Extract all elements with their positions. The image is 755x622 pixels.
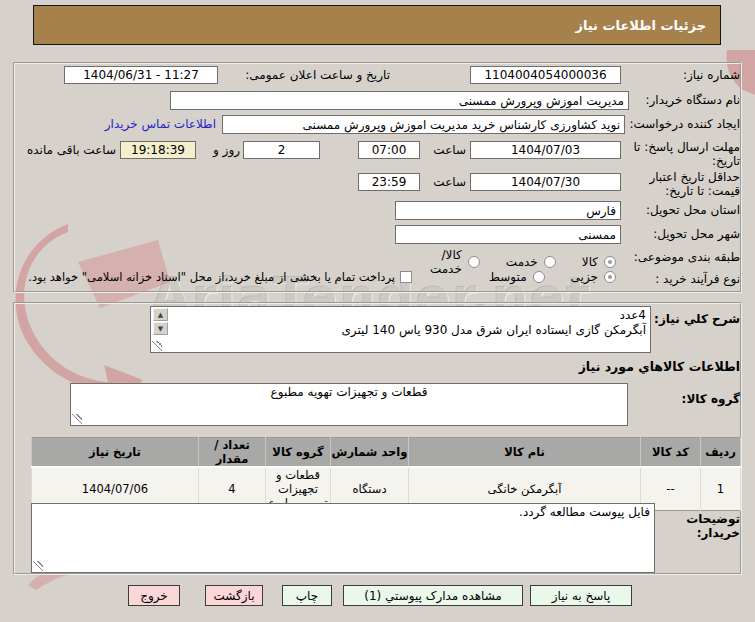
reply-deadline-date-field[interactable]: 1404/07/03	[470, 141, 621, 159]
view-attachments-button[interactable]: مشاهده مدارک پیوستي (1)	[343, 585, 523, 606]
classification-option-service[interactable]: خدمت	[506, 255, 556, 269]
remaining-time-field[interactable]: 19:18:39	[120, 141, 196, 159]
announce-datetime-label: تاریخ و ساعت اعلان عمومی:	[222, 68, 390, 82]
treasury-checkbox-row: پرداخت تمام یا بخشی از مبلغ خرید،از محل …	[12, 270, 412, 284]
resize-handle-icon[interactable]	[72, 414, 82, 424]
need-description-scrollbar[interactable]: ▲ ▼	[152, 308, 168, 336]
back-button[interactable]: بازگشت	[205, 585, 263, 606]
print-button[interactable]: چاپ	[282, 585, 332, 606]
radio-goods-icon[interactable]	[604, 256, 616, 268]
goods-group-label: گروه کالا:	[682, 392, 740, 406]
buyer-notes-value: فایل پیوست مطالعه گردد.	[32, 504, 654, 521]
process-type-option-minor[interactable]: جزیی	[571, 270, 616, 284]
buyer-org-field[interactable]: مدیریت اموزش وپرورش ممسنی	[170, 91, 629, 110]
page-title: جزئیات اطلاعات نیاز	[33, 5, 721, 45]
classification-option-goods-service-label: کالا/خدمت	[420, 248, 462, 276]
process-type-options: جزیی متوسط	[470, 270, 616, 284]
treasury-checkbox-label: پرداخت تمام یا بخشی از مبلغ خرید،از محل …	[28, 270, 395, 284]
goods-table-header-row: ردیف کد کالا نام کالا واحد شمارش گروه کا…	[32, 438, 741, 468]
radio-service-icon[interactable]	[544, 256, 556, 268]
buyer-contact-link[interactable]: اطلاعات تماس خریدار	[113, 117, 216, 131]
resize-handle-icon[interactable]	[33, 561, 43, 571]
remaining-suffix-label: ساعت باقی مانده	[14, 143, 116, 157]
goods-section-header: اطلاعات کالاهاي مورد نیاز	[579, 360, 740, 374]
process-type-option-medium[interactable]: متوسط	[489, 270, 545, 284]
need-number-field[interactable]: 1104004054000036	[470, 66, 621, 84]
reply-to-need-button[interactable]: پاسخ به نیاز	[530, 585, 632, 606]
goods-group-textarea[interactable]: قطعات و تجهیزات تهویه مطبوع	[70, 383, 628, 426]
city-field[interactable]: ممسنی	[395, 225, 621, 244]
need-description-line1: 4عدد	[173, 308, 646, 323]
radio-minor-icon[interactable]	[604, 271, 616, 283]
cell-row-number: 1	[701, 467, 741, 511]
need-number-label: شماره نیاز:	[683, 68, 740, 82]
col-goods-group: گروه کالا	[266, 438, 331, 468]
process-type-option-minor-label: جزیی	[571, 270, 598, 284]
price-validity-label: حداقل تاریخ اعتبار قیمت: تا تاریخ:	[628, 170, 740, 198]
page-title-text: جزئیات اطلاعات نیاز	[575, 18, 706, 33]
price-validity-time-label: ساعت	[424, 175, 466, 189]
price-validity-date-field[interactable]: 1404/07/30	[470, 173, 621, 191]
resize-handle-icon[interactable]	[152, 341, 162, 351]
scroll-down-icon[interactable]: ▼	[153, 322, 168, 335]
exit-button[interactable]: خروج	[128, 585, 180, 606]
radio-goods-service-icon[interactable]	[468, 256, 480, 268]
col-goods-name: نام کالا	[409, 438, 641, 468]
city-label: شهر محل تحویل:	[653, 227, 740, 241]
remaining-days-label: روز و	[200, 143, 240, 157]
classification-label: طبقه بندی موضوعی:	[634, 250, 740, 264]
need-description-line2: آبگرمکن گازی ایستاده ایران شرق مدل 930 ی…	[173, 323, 646, 338]
classification-option-goods[interactable]: کالا	[582, 255, 616, 269]
classification-option-service-label: خدمت	[506, 255, 538, 269]
radio-medium-icon[interactable]	[533, 271, 545, 283]
buyer-notes-textarea[interactable]: فایل پیوست مطالعه گردد.	[31, 503, 655, 573]
treasury-checkbox[interactable]	[400, 271, 412, 283]
request-creator-label: ایجاد کننده درخواست:	[629, 117, 740, 131]
goods-table: ردیف کد کالا نام کالا واحد شمارش گروه کا…	[31, 437, 741, 511]
tender-detail-page: { "title": "جزئیات اطلاعات نیاز", "water…	[0, 0, 755, 622]
col-count-unit: واحد شمارش	[331, 438, 409, 468]
reply-deadline-label: مهلت ارسال پاسخ: تا تاریخ:	[628, 140, 740, 168]
classification-option-goods-label: کالا	[582, 255, 598, 269]
buyer-org-label: نام دستگاه خریدار:	[646, 93, 741, 107]
col-goods-code: کد کالا	[641, 438, 701, 468]
process-type-option-medium-label: متوسط	[489, 270, 527, 284]
col-need-date: تاریخ نیاز	[32, 438, 199, 468]
announce-datetime-field[interactable]: 1404/06/31 - 11:27	[64, 66, 218, 84]
province-label: استان محل تحویل:	[646, 203, 740, 217]
goods-group-value: قطعات و تجهیزات تهویه مطبوع	[71, 384, 627, 401]
process-type-label: نوع فرآیند خرید :	[655, 272, 740, 286]
request-creator-field[interactable]: نوید کشاورزی کارشناس خرید مدیریت اموزش و…	[222, 115, 625, 134]
reply-deadline-time-label: ساعت	[424, 143, 466, 157]
price-validity-time-field[interactable]: 23:59	[358, 173, 420, 191]
province-field[interactable]: فارس	[395, 201, 621, 220]
reply-deadline-time-field[interactable]: 07:00	[358, 141, 420, 159]
col-quantity: تعداد / مقدار	[199, 438, 266, 468]
need-description-label: شرح کلي نیاز:	[654, 312, 740, 326]
remaining-days-field[interactable]: 2	[243, 141, 320, 159]
need-description-textarea[interactable]: 4عدد آبگرمکن گازی ایستاده ایران شرق مدل …	[150, 306, 651, 353]
buyer-notes-label: توضیحات خریدار:	[678, 512, 740, 540]
scroll-up-icon[interactable]: ▲	[153, 308, 168, 321]
col-row-number: ردیف	[701, 438, 741, 468]
